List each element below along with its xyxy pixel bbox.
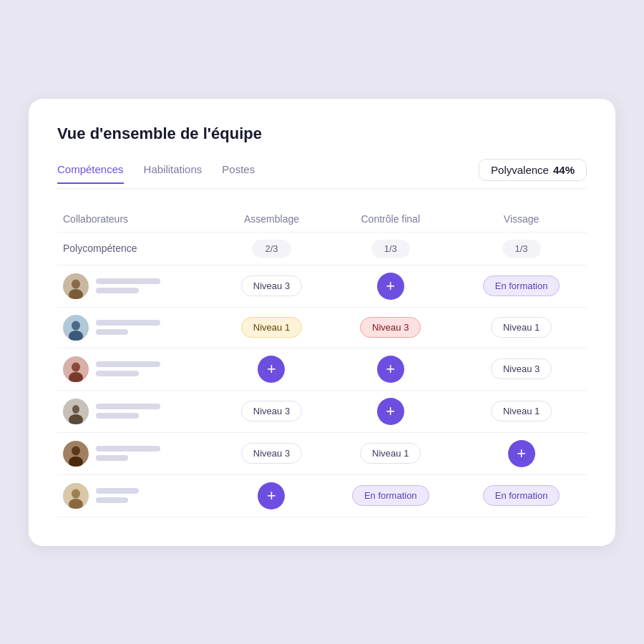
- collaborator-cell: [63, 441, 213, 467]
- table-row: Niveau 3 + Niveau 1: [57, 390, 587, 432]
- avatar: [63, 315, 89, 341]
- cell-assemblage-3: +: [218, 348, 326, 390]
- name-bars: [96, 488, 139, 503]
- en-formation-badge: En formation: [483, 275, 560, 296]
- polycompetence-vissage: 1/3: [456, 232, 587, 265]
- main-card: Vue d'ensemble de l'équipe Compétences H…: [29, 99, 615, 546]
- name-bar-1: [96, 488, 139, 494]
- plus-button[interactable]: +: [258, 482, 285, 509]
- avatar: [63, 356, 89, 382]
- polyvalence-value: 44%: [553, 164, 575, 176]
- svg-point-1: [72, 279, 80, 288]
- fraction-controle: 1/3: [371, 240, 410, 258]
- table-row: Niveau 1 Niveau 3 Niveau 1: [57, 307, 587, 348]
- name-bars: [96, 361, 160, 376]
- table-row: Niveau 3 + En formation: [57, 265, 587, 307]
- name-bar-2: [96, 455, 128, 461]
- col-header-controle: Contrôle final: [325, 206, 456, 233]
- plus-button[interactable]: +: [508, 440, 535, 467]
- col-header-vissage: Vissage: [456, 206, 587, 233]
- tabs-row: Compétences Habilitations Postes Polyval…: [57, 159, 587, 189]
- cell-assemblage-6: +: [218, 474, 326, 517]
- niveau-badge-yellow: Niveau 1: [241, 317, 302, 338]
- plus-button[interactable]: +: [377, 398, 404, 425]
- plus-button[interactable]: +: [377, 356, 404, 383]
- table-row: Niveau 3 Niveau 1 +: [57, 432, 587, 474]
- cell-controle-1: +: [325, 265, 456, 307]
- cell-assemblage-2: Niveau 1: [218, 307, 326, 348]
- name-bar-2: [96, 288, 139, 293]
- polyvalence-badge: Polyvalence 44%: [479, 159, 587, 181]
- name-bar-1: [96, 446, 160, 452]
- cell-vissage-6: En formation: [456, 474, 587, 517]
- cell-vissage-2: Niveau 1: [456, 307, 587, 348]
- niveau-badge: Niveau 3: [241, 443, 302, 464]
- name-bars: [96, 446, 160, 461]
- avatar: [63, 273, 89, 299]
- collaborator-cell: [63, 315, 213, 341]
- cell-vissage-1: En formation: [456, 265, 587, 307]
- name-bar-1: [96, 404, 160, 409]
- name-bars: [96, 320, 160, 335]
- polycompetence-label: Polycompétence: [57, 232, 218, 265]
- name-bar-2: [96, 413, 139, 419]
- plus-button[interactable]: +: [258, 356, 285, 383]
- name-bars: [96, 404, 160, 419]
- cell-controle-5: Niveau 1: [325, 432, 456, 474]
- name-bar-2: [96, 497, 128, 503]
- en-formation-badge: En formation: [483, 485, 560, 506]
- collaborator-cell: [63, 273, 213, 299]
- table-row: + En formation En formation: [57, 474, 587, 517]
- plus-button[interactable]: +: [377, 273, 404, 300]
- tab-habilitations[interactable]: Habilitations: [144, 163, 203, 184]
- tab-postes[interactable]: Postes: [222, 163, 255, 184]
- polycompetence-assemblage: 2/3: [218, 232, 326, 265]
- collaborator-cell: [63, 399, 213, 424]
- svg-point-13: [72, 446, 80, 455]
- niveau-badge: Niveau 1: [491, 401, 552, 421]
- niveau-badge: Niveau 3: [241, 401, 302, 421]
- cell-controle-6: En formation: [325, 474, 456, 517]
- polycompetence-controle: 1/3: [325, 232, 456, 265]
- collaborator-cell: [63, 356, 213, 382]
- cell-assemblage-1: Niveau 3: [218, 265, 326, 307]
- cell-controle-2: Niveau 3: [325, 307, 456, 348]
- cell-assemblage-5: Niveau 3: [218, 432, 326, 474]
- page-title: Vue d'ensemble de l'équipe: [57, 125, 587, 143]
- avatar: [63, 483, 89, 509]
- svg-point-7: [72, 362, 80, 371]
- niveau-badge: Niveau 1: [360, 443, 421, 464]
- avatar: [63, 441, 89, 467]
- table-row: + + Niveau 3: [57, 348, 587, 390]
- avatar: [63, 399, 89, 424]
- fraction-assemblage: 2/3: [252, 240, 291, 258]
- name-bar-2: [96, 371, 139, 376]
- svg-point-10: [72, 405, 79, 414]
- niveau-badge: Niveau 3: [491, 358, 552, 379]
- competences-table: Collaborateurs Assemblage Contrôle final…: [57, 206, 587, 517]
- name-bar-1: [96, 361, 160, 367]
- niveau-badge-red: Niveau 3: [360, 317, 421, 338]
- name-bars: [96, 278, 160, 293]
- svg-point-16: [72, 489, 80, 498]
- niveau-badge: Niveau 1: [491, 317, 552, 338]
- cell-vissage-4: Niveau 1: [456, 390, 587, 432]
- name-bar-1: [96, 320, 160, 326]
- col-header-assemblage: Assemblage: [218, 206, 326, 233]
- tab-competences[interactable]: Compétences: [57, 163, 124, 184]
- col-header-collaborateurs: Collaborateurs: [57, 206, 218, 233]
- svg-point-4: [72, 321, 80, 330]
- cell-controle-3: +: [325, 348, 456, 390]
- collaborator-cell: [63, 483, 213, 509]
- cell-vissage-5: +: [456, 432, 587, 474]
- name-bar-1: [96, 278, 160, 284]
- polyvalence-label: Polyvalence: [491, 164, 549, 176]
- en-formation-badge: En formation: [352, 485, 429, 506]
- niveau-badge: Niveau 3: [241, 275, 302, 296]
- fraction-vissage: 1/3: [502, 240, 541, 258]
- cell-vissage-3: Niveau 3: [456, 348, 587, 390]
- polycompetence-row: Polycompétence 2/3 1/3 1/3: [57, 232, 587, 265]
- cell-assemblage-4: Niveau 3: [218, 390, 326, 432]
- name-bar-2: [96, 329, 128, 335]
- cell-controle-4: +: [325, 390, 456, 432]
